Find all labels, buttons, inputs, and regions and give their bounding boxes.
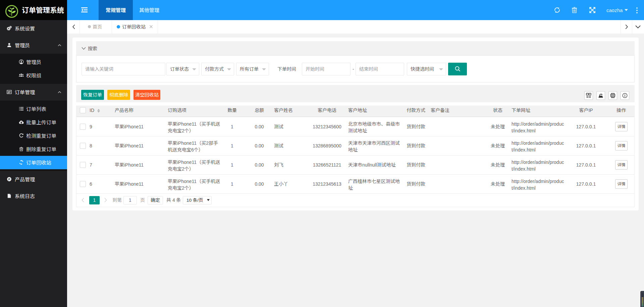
- svg-text:P: P: [8, 178, 10, 181]
